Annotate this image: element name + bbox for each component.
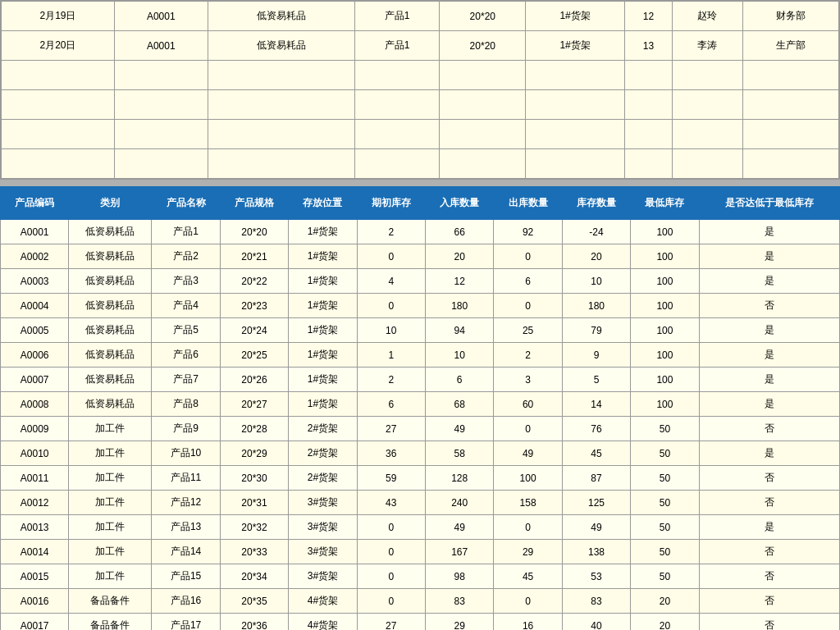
bottom-cell-14-7: 45 bbox=[494, 564, 562, 589]
bottom-cell-10-6: 128 bbox=[426, 466, 494, 491]
table-row: A0012加工件产品1220*313#货架4324015812550否 bbox=[1, 491, 840, 515]
bottom-cell-6-0: A0007 bbox=[1, 368, 69, 392]
bottom-cell-13-9: 50 bbox=[631, 540, 699, 564]
bottom-cell-5-8: 9 bbox=[562, 343, 630, 368]
bottom-cell-9-3: 20*29 bbox=[220, 441, 288, 466]
bottom-cell-12-4: 3#货架 bbox=[289, 515, 357, 540]
bottom-cell-13-3: 20*33 bbox=[220, 540, 288, 564]
bottom-cell-8-6: 49 bbox=[426, 417, 494, 441]
bottom-header-2: 产品名称 bbox=[152, 187, 220, 220]
bottom-cell-4-4: 1#货架 bbox=[289, 318, 357, 343]
table-row: A0014加工件产品1420*333#货架01672913850否 bbox=[1, 540, 840, 564]
top-cell-3-6 bbox=[624, 90, 672, 120]
top-cell-0-1: A0001 bbox=[114, 2, 208, 31]
top-cell-3-1 bbox=[114, 90, 208, 120]
bottom-cell-8-1: 加工件 bbox=[69, 417, 152, 441]
bottom-cell-11-4: 3#货架 bbox=[289, 491, 357, 515]
bottom-header-3: 产品规格 bbox=[220, 187, 288, 220]
bottom-cell-16-4: 4#货架 bbox=[289, 614, 357, 631]
bottom-cell-11-8: 125 bbox=[562, 491, 630, 515]
bottom-cell-2-10: 是 bbox=[699, 269, 839, 294]
top-cell-1-6: 13 bbox=[624, 31, 672, 61]
top-cell-3-2 bbox=[208, 90, 354, 120]
top-cell-5-8 bbox=[742, 149, 838, 179]
bottom-cell-4-3: 20*24 bbox=[220, 318, 288, 343]
bottom-cell-9-8: 45 bbox=[562, 441, 630, 466]
bottom-cell-7-6: 68 bbox=[426, 392, 494, 417]
table-row: A0006低资易耗品产品620*251#货架11029100是 bbox=[1, 343, 840, 368]
table-row: A0010加工件产品1020*292#货架3658494550是 bbox=[1, 441, 840, 466]
bottom-cell-4-9: 100 bbox=[631, 318, 699, 343]
bottom-cell-16-0: A0017 bbox=[1, 614, 69, 631]
top-cell-1-7: 李涛 bbox=[673, 31, 743, 61]
top-cell-2-6 bbox=[624, 61, 672, 90]
top-cell-3-4 bbox=[440, 90, 526, 120]
bottom-cell-3-6: 180 bbox=[426, 294, 494, 318]
top-cell-2-2 bbox=[208, 61, 354, 90]
bottom-cell-7-3: 20*27 bbox=[220, 392, 288, 417]
top-cell-0-6: 12 bbox=[624, 2, 672, 31]
top-cell-5-3 bbox=[355, 149, 440, 179]
bottom-cell-14-10: 否 bbox=[699, 564, 839, 589]
bottom-cell-15-9: 20 bbox=[631, 589, 699, 614]
bottom-cell-7-9: 100 bbox=[631, 392, 699, 417]
bottom-cell-0-2: 产品1 bbox=[152, 220, 220, 244]
bottom-cell-14-6: 98 bbox=[426, 564, 494, 589]
bottom-cell-4-10: 是 bbox=[699, 318, 839, 343]
top-cell-2-7 bbox=[673, 61, 743, 90]
bottom-cell-16-2: 产品17 bbox=[152, 614, 220, 631]
bottom-header-7: 出库数量 bbox=[494, 187, 562, 220]
bottom-cell-14-0: A0015 bbox=[1, 564, 69, 589]
top-cell-5-4 bbox=[440, 149, 526, 179]
table-row: A0004低资易耗品产品420*231#货架01800180100否 bbox=[1, 294, 840, 318]
table-row: A0003低资易耗品产品320*221#货架412610100是 bbox=[1, 269, 840, 294]
bottom-cell-4-7: 25 bbox=[494, 318, 562, 343]
bottom-cell-3-2: 产品4 bbox=[152, 294, 220, 318]
table-row: A0015加工件产品1520*343#货架098455350否 bbox=[1, 564, 840, 589]
bottom-cell-6-9: 100 bbox=[631, 368, 699, 392]
top-cell-5-0 bbox=[2, 149, 115, 179]
bottom-header-6: 入库数量 bbox=[426, 187, 494, 220]
bottom-header-5: 期初库存 bbox=[357, 187, 425, 220]
bottom-cell-6-2: 产品7 bbox=[152, 368, 220, 392]
bottom-cell-2-7: 6 bbox=[494, 269, 562, 294]
top-cell-4-3 bbox=[355, 120, 440, 149]
top-cell-5-1 bbox=[114, 149, 208, 179]
top-cell-5-6 bbox=[624, 149, 672, 179]
top-cell-4-5 bbox=[526, 120, 625, 149]
top-cell-2-3 bbox=[355, 61, 440, 90]
bottom-cell-11-5: 43 bbox=[357, 491, 425, 515]
bottom-cell-14-1: 加工件 bbox=[69, 564, 152, 589]
bottom-cell-7-4: 1#货架 bbox=[289, 392, 357, 417]
bottom-cell-4-8: 79 bbox=[562, 318, 630, 343]
bottom-cell-12-10: 是 bbox=[699, 515, 839, 540]
bottom-cell-8-8: 76 bbox=[562, 417, 630, 441]
bottom-cell-1-7: 0 bbox=[494, 244, 562, 269]
top-cell-4-0 bbox=[2, 120, 115, 149]
top-cell-4-2 bbox=[208, 120, 354, 149]
bottom-cell-2-5: 4 bbox=[357, 269, 425, 294]
bottom-cell-3-3: 20*23 bbox=[220, 294, 288, 318]
table-row: A0013加工件产品1320*323#货架04904950是 bbox=[1, 515, 840, 540]
bottom-cell-13-2: 产品14 bbox=[152, 540, 220, 564]
bottom-table: 产品编码类别产品名称产品规格存放位置期初库存入库数量出库数量库存数量最低库存是否… bbox=[0, 186, 840, 630]
bottom-cell-10-9: 50 bbox=[631, 466, 699, 491]
bottom-cell-14-3: 20*34 bbox=[220, 564, 288, 589]
bottom-cell-3-8: 180 bbox=[562, 294, 630, 318]
bottom-cell-7-8: 14 bbox=[562, 392, 630, 417]
bottom-cell-11-9: 50 bbox=[631, 491, 699, 515]
bottom-cell-11-6: 240 bbox=[426, 491, 494, 515]
top-cell-3-3 bbox=[355, 90, 440, 120]
bottom-cell-8-3: 20*28 bbox=[220, 417, 288, 441]
bottom-cell-8-4: 2#货架 bbox=[289, 417, 357, 441]
top-cell-5-5 bbox=[526, 149, 625, 179]
top-cell-1-5: 1#货架 bbox=[526, 31, 625, 61]
table-row: A0007低资易耗品产品720*261#货架2635100是 bbox=[1, 368, 840, 392]
bottom-header-9: 最低库存 bbox=[631, 187, 699, 220]
bottom-cell-11-1: 加工件 bbox=[69, 491, 152, 515]
bottom-cell-16-3: 20*36 bbox=[220, 614, 288, 631]
table-row: A0002低资易耗品产品220*211#货架020020100是 bbox=[1, 244, 840, 269]
bottom-cell-1-4: 1#货架 bbox=[289, 244, 357, 269]
bottom-cell-6-1: 低资易耗品 bbox=[69, 368, 152, 392]
bottom-cell-0-0: A0001 bbox=[1, 220, 69, 244]
